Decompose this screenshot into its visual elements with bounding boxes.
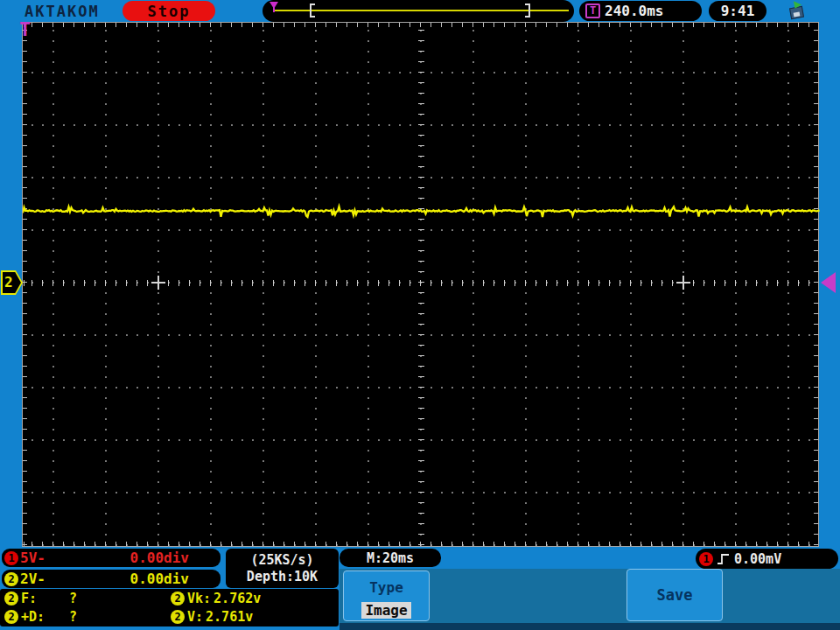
save-button[interactable]: Save xyxy=(626,569,723,621)
waveform-display: T xyxy=(22,22,819,547)
measurement-duty: 2 +D: ? xyxy=(0,609,166,625)
trigger-level-value: 0.00mV xyxy=(734,551,781,567)
measurement-v: 2 V: 2.761v xyxy=(166,609,339,625)
ch2-badge: 2 xyxy=(171,592,185,606)
ch2-badge: 2 xyxy=(4,592,18,606)
clock: 9:41 xyxy=(709,1,766,21)
left-cross-marker xyxy=(151,276,165,290)
border-ticks-bottom xyxy=(23,542,818,546)
ch2-badge: 2 xyxy=(4,610,18,624)
usb-storage-icon xyxy=(787,3,808,21)
brand-logo: AKTAKOM xyxy=(24,3,100,20)
border-ticks-top xyxy=(23,23,818,27)
measurements-panel: 2 F: ? 2 Vk: 2.762v 2 +D: ? 2 V: 2.761v xyxy=(0,589,339,626)
sample-rate: (25KS/s) xyxy=(226,552,339,568)
menu-bottom-edge xyxy=(340,623,840,630)
trigger-source-badge: 1 xyxy=(699,552,713,566)
trigger-time-value: 240.0ms xyxy=(605,3,663,19)
window-right-bracket xyxy=(525,4,530,18)
ch1-scale: 5V- xyxy=(20,550,71,566)
window-left-bracket xyxy=(310,4,315,18)
memory-depth: Depth:10K xyxy=(226,569,339,584)
measurement-frequency: 2 F: ? xyxy=(0,591,166,606)
measurement-vk: 2 Vk: 2.762v xyxy=(166,591,339,606)
type-selected-value[interactable]: Image xyxy=(361,602,410,619)
ch2-status-pill: 2 2V- 0.00div xyxy=(2,570,220,588)
memory-window-bar xyxy=(262,0,574,22)
trigger-level-marker[interactable] xyxy=(821,272,836,293)
border-ticks-left xyxy=(23,23,27,546)
ch2-badge: 2 xyxy=(171,610,185,624)
type-menu-button[interactable]: Type Image xyxy=(343,570,430,621)
right-cross-marker xyxy=(676,276,690,290)
vertical-center-axis xyxy=(418,23,424,546)
ch1-status-pill: 1 5V- 0.00div xyxy=(2,549,220,567)
trigger-time-readout: T 240.0ms xyxy=(579,1,702,21)
trigger-position-pin-stem xyxy=(273,7,275,12)
softkey-menu: Type Image Save xyxy=(340,569,840,623)
ch2-marker-label: 2 xyxy=(4,274,13,291)
border-ticks-right xyxy=(814,23,818,546)
trigger-position-marker[interactable]: T xyxy=(19,18,31,40)
rising-edge-icon xyxy=(716,551,732,567)
type-label: Type xyxy=(344,579,429,596)
ch1-badge: 1 xyxy=(4,551,18,565)
save-label: Save xyxy=(657,586,693,604)
ch2-offset: 0.00div xyxy=(71,570,220,587)
run-state-indicator: Stop xyxy=(122,1,215,21)
ch2-scale: 2V- xyxy=(20,570,71,587)
timebase-readout: M:20ms xyxy=(340,549,441,567)
acquisition-info-box: (25KS/s) Depth:10K xyxy=(226,549,339,588)
ch2-level-marker[interactable]: 2 xyxy=(1,270,23,295)
trigger-status-pill: 1 0.00mV xyxy=(696,549,838,569)
trigger-t-icon: T xyxy=(585,4,600,18)
oscilloscope-ui: { "topbar": { "brand": "AKTAKOM", "run_s… xyxy=(0,0,840,630)
ch2-badge: 2 xyxy=(4,572,18,586)
ch1-offset: 0.00div xyxy=(71,550,220,566)
